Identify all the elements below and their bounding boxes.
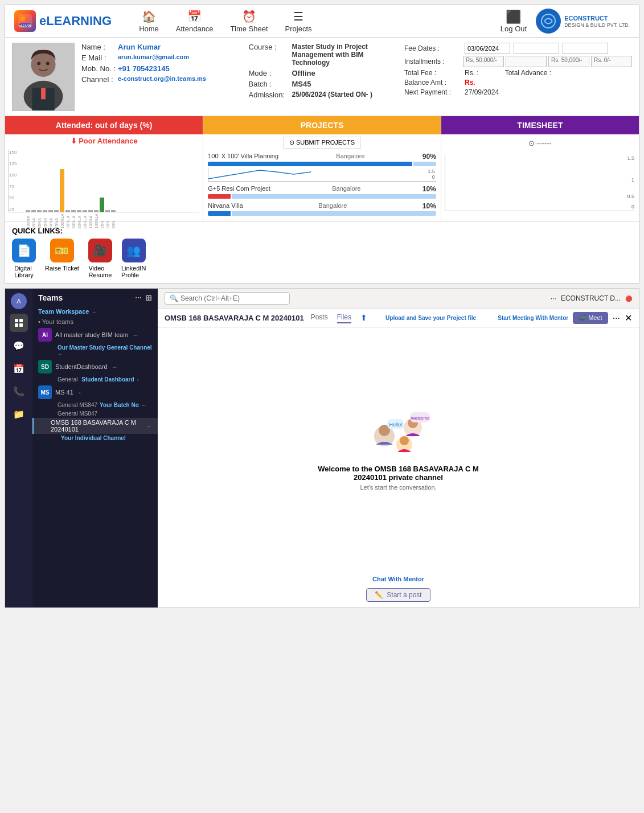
svg-text:Hello!: Hello! — [389, 422, 402, 428]
tab-posts[interactable]: Posts — [311, 313, 328, 323]
timesheet-content: ⊙ ------ — [441, 134, 639, 152]
rail-files-icon[interactable]: 📁 — [10, 405, 28, 423]
inst2 — [506, 56, 547, 67]
channel-header: OMSB 168 BASAVARAJA C M 20240101 Posts F… — [158, 309, 639, 328]
quick-link-raise-ticket[interactable]: 🎫 Raise Ticket — [45, 239, 79, 278]
quick-link-linkedin-profile[interactable]: 👥 LinkedINProfile — [121, 239, 146, 278]
team-item-ms41[interactable]: MS MS 41 ← — [32, 384, 158, 401]
raise-ticket-icon: 🎫 — [50, 239, 74, 262]
channel-tabs: Posts Files ⬆ — [311, 313, 367, 323]
team-workspace-label: Team Workspace — [38, 308, 89, 315]
teams-section: A 💬 📅 📞 📁 Teams ··· ⊞ — [5, 288, 639, 608]
course-row: Course : Master Study in Project Managem… — [249, 43, 398, 67]
rail-teams-icon[interactable] — [10, 314, 28, 332]
channel-row: Channel : e-construct.org@in.teams.ms — [81, 75, 231, 84]
svg-rect-11 — [41, 88, 46, 100]
team-badge-ms: MS — [38, 385, 52, 399]
batch-row: Batch : MS45 — [249, 80, 398, 88]
teams-left-panel: Teams ··· ⊞ Team Workspace ← • Your team… — [32, 289, 158, 607]
inst4: Rs. 0/- — [591, 56, 632, 67]
logo-icon: eLEARN — [14, 10, 36, 32]
svg-text:eLEARN: eLEARN — [19, 24, 31, 27]
projects-panel: PROJECTS ⊙ SUBMIT PROJECTS 100' X 100' V… — [203, 116, 441, 221]
attendance-panel: Attended: out of days (%) ⬇ Poor Attenda… — [5, 116, 203, 221]
svg-point-1 — [20, 17, 25, 21]
submit-projects-button[interactable]: ⊙ SUBMIT PROJECTS — [283, 137, 361, 149]
svg-point-21 — [400, 436, 409, 445]
timesheet-panel: TIMESHEET ⊙ ------ 1.5 1 0.5 0 — [441, 116, 639, 221]
projects-icon: ☰ — [293, 10, 303, 23]
team-item-student-dashboard[interactable]: SD StudentDashboard ← — [32, 358, 158, 375]
nav-attendance[interactable]: 📅 Attendance — [176, 10, 214, 33]
welcome-title: Welcome to the OMSB 168 BASAVARAJA C M20… — [318, 465, 479, 482]
chat-mentor-section: Chat With Mentor ✏️ Start a post — [158, 570, 639, 607]
student-details: Name : Arun Kumar E Mail : arun.kumar@gm… — [81, 43, 231, 111]
svg-point-6 — [31, 52, 55, 77]
svg-point-9 — [46, 61, 50, 65]
teams-container: A 💬 📅 📞 📁 Teams ··· ⊞ — [5, 289, 639, 607]
elearning-logo: eLEARN eLEARNING — [14, 10, 112, 32]
team-badge-sd: SD — [38, 360, 52, 373]
navbar: eLEARN eLEARNING 🏠 Home 📅 Attendance ⏰ T… — [5, 5, 639, 38]
quick-links-row: 📄 DigitalLibrary 🎫 Raise Ticket 🎥 VideoR… — [12, 239, 632, 278]
nav-timesheet[interactable]: ⏰ Time Sheet — [231, 10, 268, 33]
start-meeting-button[interactable]: 📹 Meet — [573, 312, 608, 324]
admission-row: Admission: 25/06/2024 (Started ON- ) — [249, 91, 398, 99]
upload-label: Upload and Save your Project file — [385, 315, 476, 321]
econstruct-circle-icon — [536, 9, 561, 34]
teams-more-icon[interactable]: ··· — [135, 293, 142, 302]
team-item-all-master[interactable]: Al All master study BIM team ← — [32, 326, 158, 343]
rail-calendar-icon[interactable]: 📅 — [10, 359, 28, 377]
video-resume-icon: 🎥 — [88, 239, 112, 262]
project1-chart — [208, 167, 436, 182]
navbar-right: ⬛ Log Out ECONSTRUCT DESIGN & BUILD PVT.… — [501, 9, 630, 34]
rail-calls-icon[interactable]: 📞 — [10, 382, 28, 400]
timesheet-icon: ⏰ — [242, 10, 256, 23]
svg-rect-12 — [15, 319, 18, 322]
svg-rect-13 — [19, 319, 23, 322]
channel-item-individual[interactable]: OMSB 168 BASAVARAJA C M 20240101 ← — [32, 418, 158, 434]
logo-text: eLEARNING — [39, 14, 112, 28]
svg-text:Welcome: Welcome — [411, 416, 430, 421]
svg-rect-15 — [19, 323, 23, 327]
fee-dates-row: Fee Dates : — [404, 43, 632, 54]
rail-avatar: A — [11, 293, 27, 309]
more-options-icon[interactable]: ··· — [613, 313, 620, 323]
total-fee-row: Total Fee : Rs. : Total Advance : — [404, 69, 632, 77]
mob-row: Mob. No. : +91 705423145 — [81, 64, 231, 73]
svg-point-8 — [37, 61, 40, 65]
teams-filter-icon[interactable]: ⊞ — [145, 293, 152, 302]
start-post-button[interactable]: ✏️ Start a post — [366, 588, 430, 602]
project-item: Nirvana Villa Bangalore 10% — [203, 200, 441, 217]
econstruct-sub: DESIGN & BUILD PVT. LTD. — [564, 22, 630, 28]
nav-projects[interactable]: ☰ Projects — [285, 10, 312, 33]
inst1: Rs. 50,000/- — [463, 56, 504, 67]
name-row: Name : Arun Kumar — [81, 43, 231, 51]
fee-date-input2[interactable] — [514, 43, 559, 54]
projects-header: PROJECTS — [203, 116, 441, 134]
fee-date-input3[interactable] — [563, 43, 608, 54]
quick-link-video-resume[interactable]: 🎥 VideoResume — [88, 239, 112, 278]
elearning-dashboard: eLEARN eLEARNING 🏠 Home 📅 Attendance ⏰ T… — [5, 5, 639, 284]
quick-link-digital-library[interactable]: 📄 DigitalLibrary — [12, 239, 36, 278]
project-item: G+5 Resi Com Project Bangalore 10% — [203, 183, 441, 200]
teams-search[interactable]: 🔍 Search (Ctrl+Alt+E) — [165, 292, 290, 305]
navbar-left: eLEARN eLEARNING 🏠 Home 📅 Attendance ⏰ T… — [14, 10, 312, 33]
nav-items: 🏠 Home 📅 Attendance ⏰ Time Sheet ☰ Proje… — [139, 10, 311, 33]
team-badge-al: Al — [38, 328, 52, 342]
teams-topbar: 🔍 Search (Ctrl+Alt+E) ··· ECONSTRUCT D..… — [158, 289, 639, 309]
logout-button[interactable]: ⬛ Log Out — [501, 10, 527, 33]
chat-area: Hello! Welcome Welcome to the OMSB 168 B… — [158, 328, 639, 570]
econstruct-name: ECONSTRUCT — [564, 14, 630, 22]
teams-rail: A 💬 📅 📞 📁 — [5, 289, 32, 607]
quick-links-section: QUICK LINKS: 📄 DigitalLibrary 🎫 Raise Ti… — [5, 222, 639, 283]
fee-date-input[interactable] — [465, 43, 510, 54]
rail-chat-icon[interactable]: 💬 — [10, 336, 28, 355]
tab-files[interactable]: Files — [337, 313, 351, 323]
attendance-header: Attended: out of days (%) — [5, 116, 203, 134]
nav-home[interactable]: 🏠 Home — [139, 10, 159, 33]
poor-attendance-label: ⬇ Poor Attendance — [5, 134, 203, 147]
start-meeting-label: Start Meeting With Mentor — [498, 315, 568, 321]
fee-details: Fee Dates : Installments : Rs. 50,000/- … — [404, 43, 632, 111]
close-icon[interactable]: ✕ — [625, 313, 632, 323]
